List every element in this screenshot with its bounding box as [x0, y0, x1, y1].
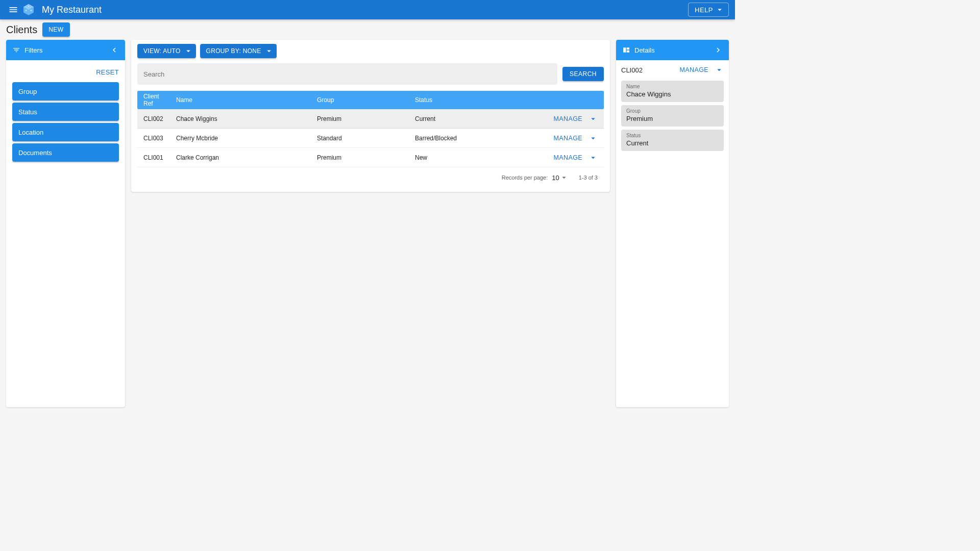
chevron-down-icon [589, 114, 598, 123]
records-per-page: Records per page: 10 [502, 173, 569, 182]
records-per-page-label: Records per page: [502, 174, 548, 181]
view-mode-button[interactable]: VIEW: AUTO [137, 44, 196, 58]
filters-panel: Filters RESET GroupStatusLocationDocumen… [6, 40, 125, 407]
search-row: SEARCH [137, 63, 604, 85]
new-label: NEW [48, 26, 64, 33]
row-manage-label: MANAGE [553, 154, 582, 161]
details-icon [622, 46, 630, 54]
details-id: CLI002 [621, 66, 643, 74]
help-button[interactable]: HELP [688, 3, 729, 17]
main-content: VIEW: AUTO GROUP BY: NONE SEARCH Client … [131, 40, 610, 407]
chevron-down-icon [715, 5, 724, 14]
hamburger-menu-button[interactable] [4, 1, 22, 19]
filter-chip-location[interactable]: Location [12, 123, 119, 141]
main-card: VIEW: AUTO GROUP BY: NONE SEARCH Client … [131, 40, 610, 192]
details-field-group: GroupPremium [621, 105, 724, 127]
search-input[interactable] [137, 63, 557, 85]
table-row[interactable]: CLI002Chace WigginsPremiumCurrentMANAGE [137, 109, 604, 129]
row-manage-button[interactable]: MANAGE [553, 153, 598, 162]
table-row[interactable]: CLI003Cherry McbrideStandardBarred/Block… [137, 129, 604, 148]
details-top-row: CLI002 MANAGE [621, 65, 724, 74]
cell-name: Clarke Corrigan [170, 154, 311, 161]
cell-client-ref: CLI001 [137, 154, 170, 161]
page-header: Clients NEW [0, 19, 735, 40]
group-by-label: GROUP BY: NONE [206, 47, 261, 55]
details-panel: Details CLI002 MANAGE NameChace WigginsG… [616, 40, 729, 407]
row-manage-label: MANAGE [553, 115, 582, 122]
column-status[interactable]: Status [409, 96, 542, 104]
details-manage-button[interactable]: MANAGE [679, 65, 724, 74]
row-manage-label: MANAGE [553, 135, 582, 142]
page-title: Clients [6, 24, 37, 36]
search-button-label: SEARCH [570, 70, 597, 78]
cell-status: Current [409, 115, 542, 122]
pagination-range: 1-3 of 3 [579, 174, 598, 181]
app-logo: 1 B M [22, 4, 35, 16]
details-field-name: NameChace Wiggins [621, 81, 724, 102]
svg-text:B: B [26, 9, 27, 12]
field-label: Name [626, 84, 719, 89]
row-manage-button[interactable]: MANAGE [553, 114, 598, 123]
cell-status: New [409, 154, 542, 161]
filter-icon [12, 46, 20, 54]
svg-text:M: M [30, 9, 32, 12]
records-per-page-value: 10 [552, 174, 559, 182]
details-title: Details [634, 46, 655, 54]
view-toolbar: VIEW: AUTO GROUP BY: NONE [137, 44, 604, 58]
table-footer: Records per page: 10 1-3 of 3 [137, 167, 604, 188]
field-value: Premium [626, 115, 719, 122]
clients-table: Client Ref Name Group Status CLI002Chace… [137, 91, 604, 188]
cell-client-ref: CLI003 [137, 135, 170, 142]
filter-chip-documents[interactable]: Documents [12, 143, 119, 162]
app-bar: 1 B M My Restaurant HELP [0, 0, 735, 19]
filter-chip-group[interactable]: Group [12, 82, 119, 101]
cell-group: Premium [311, 115, 409, 122]
field-label: Group [626, 108, 719, 114]
field-value: Current [626, 139, 719, 147]
chevron-right-icon [714, 45, 723, 55]
cell-manage: MANAGE [542, 153, 604, 162]
filter-chip-status[interactable]: Status [12, 103, 119, 121]
chevron-down-icon [589, 153, 598, 162]
details-manage-label: MANAGE [679, 66, 708, 73]
records-per-page-selector[interactable]: 10 [552, 173, 568, 182]
details-header[interactable]: Details [616, 40, 729, 60]
search-button[interactable]: SEARCH [562, 67, 604, 81]
cell-status: Barred/Blocked [409, 135, 542, 142]
group-by-button[interactable]: GROUP BY: NONE [200, 44, 277, 58]
field-value: Chace Wiggins [626, 90, 719, 98]
chevron-down-icon [264, 46, 274, 56]
cell-manage: MANAGE [542, 114, 604, 123]
cell-name: Chace Wiggins [170, 115, 311, 122]
row-manage-button[interactable]: MANAGE [553, 134, 598, 143]
main-layout: Filters RESET GroupStatusLocationDocumen… [0, 40, 735, 413]
column-client-ref[interactable]: Client Ref [137, 93, 170, 107]
new-button[interactable]: NEW [42, 22, 70, 37]
chevron-down-icon [184, 46, 193, 56]
cell-name: Cherry Mcbride [170, 135, 311, 142]
filters-body: RESET GroupStatusLocationDocuments [6, 60, 125, 168]
field-label: Status [626, 133, 719, 138]
chevron-left-icon [110, 45, 119, 55]
column-name[interactable]: Name [170, 96, 311, 104]
filters-title: Filters [24, 46, 42, 54]
help-label: HELP [695, 6, 713, 14]
chevron-down-icon [715, 65, 724, 74]
column-group[interactable]: Group [311, 96, 409, 104]
chevron-down-icon [589, 134, 598, 143]
cell-manage: MANAGE [542, 134, 604, 143]
app-title: My Restaurant [42, 5, 102, 15]
menu-icon [8, 5, 18, 15]
view-label: VIEW: AUTO [143, 47, 181, 55]
details-field-status: StatusCurrent [621, 130, 724, 151]
cell-client-ref: CLI002 [137, 115, 170, 122]
cell-group: Standard [311, 135, 409, 142]
cell-group: Premium [311, 154, 409, 161]
table-header: Client Ref Name Group Status [137, 91, 604, 109]
filters-header[interactable]: Filters [6, 40, 125, 60]
table-row[interactable]: CLI001Clarke CorriganPremiumNewMANAGE [137, 148, 604, 167]
chevron-down-icon [559, 173, 569, 182]
details-body: CLI002 MANAGE NameChace WigginsGroupPrem… [616, 60, 729, 159]
reset-button[interactable]: RESET [96, 64, 119, 82]
